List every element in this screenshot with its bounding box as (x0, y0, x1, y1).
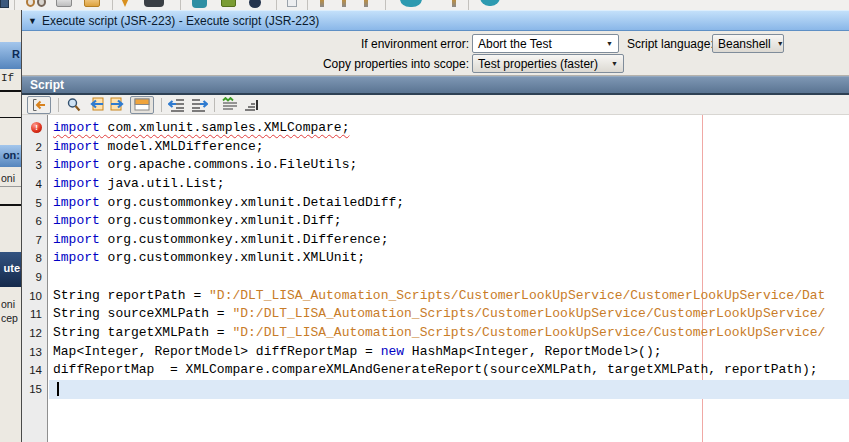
left-panel-cropped: R If on: oni ute oni cep (0, 10, 22, 442)
script-language-dropdown[interactable]: Beanshell ▼ (712, 34, 784, 53)
code-line: diffReportMap = XMLCompare.compareXMLAnd… (49, 361, 849, 380)
script-panel-header: Script (22, 76, 849, 95)
folder-icon[interactable] (84, 0, 100, 7)
code-line (49, 268, 849, 287)
code-line: import org.custommonkey.xmlunit.XMLUnit; (49, 249, 849, 268)
cropped-label-oni2: oni (0, 298, 21, 311)
pin-icon[interactable] (342, 0, 346, 7)
copy-scope-label: Copy properties into scope: (282, 56, 469, 72)
cropped-label: R (12, 48, 20, 60)
line-number: 6 (22, 212, 47, 231)
shift-left-icon[interactable] (167, 97, 187, 113)
code-line: Map<Integer, ReportModel> diffReportMap … (49, 343, 849, 362)
script-language-value: Beanshell (718, 37, 771, 51)
code-line (49, 380, 849, 399)
code-lines[interactable]: import com.xmlunit.samples.XMLCompare;im… (49, 115, 849, 442)
redo-icon[interactable] (480, 0, 500, 6)
step-title: Execute script (JSR-223) - Execute scrip… (42, 14, 319, 28)
users-icon[interactable] (26, 0, 35, 7)
word-wrap-icon[interactable] (220, 97, 240, 113)
globe-icon[interactable] (249, 0, 261, 8)
line-number: 15 (22, 380, 47, 399)
line-number: 12 (22, 324, 47, 343)
save-icon[interactable] (56, 0, 72, 7)
line-number: 10 (22, 287, 47, 306)
code-line: import java.util.List; (49, 175, 849, 194)
step-settings-form: If environment error: Abort the Test ▼ S… (22, 31, 849, 76)
code-line: String reportPath = "D:/DLT_LISA_Automat… (49, 287, 849, 306)
error-icon: ! (31, 122, 42, 133)
search-icon[interactable] (64, 97, 84, 113)
grid-icon[interactable] (221, 0, 236, 7)
copy-scope-value: Test properties (faster) (478, 57, 598, 71)
code-line: import org.apache.commons.io.FileUtils; (49, 156, 849, 175)
chevron-down-icon: ▼ (606, 40, 613, 47)
line-number: 9 (22, 268, 47, 287)
gear-icon[interactable] (192, 0, 207, 8)
code-line: import org.custommonkey.xmlunit.Differen… (49, 231, 849, 250)
env-error-label: If environment error: (302, 36, 469, 52)
gutter: !23456789101112131415 (22, 115, 48, 442)
line-number: ! (22, 119, 47, 138)
line-number: 2 (22, 138, 47, 157)
code-line: import org.custommonkey.xmlunit.Detailed… (49, 194, 849, 213)
script-panel-title: Script (30, 78, 64, 92)
panel-icon[interactable] (287, 0, 297, 7)
find-next-icon[interactable] (108, 97, 128, 113)
chevron-down-icon: ▼ (611, 60, 618, 67)
refresh-icon[interactable] (400, 0, 422, 7)
step-header[interactable]: ▼ Execute script (JSR-223) - Execute scr… (22, 10, 849, 31)
binoculars-icon[interactable] (144, 0, 164, 7)
code-line: import model.XMLDifference; (49, 138, 849, 157)
line-number: 14 (22, 361, 47, 380)
line-number: 7 (22, 231, 47, 250)
line-number: 11 (22, 305, 47, 324)
script-editor[interactable]: !23456789101112131415 import com.xmlunit… (22, 115, 849, 442)
pin-icon[interactable] (364, 0, 368, 7)
cropped-label: on: (3, 149, 20, 161)
app-icon[interactable] (0, 0, 9, 8)
find-previous-icon[interactable] (86, 97, 106, 113)
text-cursor (57, 382, 59, 396)
line-number: 4 (22, 175, 47, 194)
application-toolbar-cropped (0, 0, 849, 10)
env-error-value: Abort the Test (478, 37, 552, 51)
editor-toolbar (22, 95, 849, 115)
open-script-icon[interactable] (27, 96, 51, 114)
code-line: import com.xmlunit.samples.XMLCompare; (49, 119, 849, 138)
users-icon[interactable] (37, 0, 46, 7)
line-number: 13 (22, 343, 47, 362)
chevron-down-icon: ▼ (777, 40, 784, 47)
code-line: String sourceXMLPath = "D:/DLT_LISA_Auto… (49, 305, 849, 324)
env-error-dropdown[interactable]: Abort the Test ▼ (472, 34, 619, 53)
cropped-label-cep: cep (0, 312, 21, 325)
copy-scope-dropdown[interactable]: Test properties (faster) ▼ (472, 54, 624, 73)
shift-right-icon[interactable] (189, 97, 209, 113)
code-line: String targetXMLPath = "D:/DLT_LISA_Auto… (49, 324, 849, 343)
pin-icon[interactable] (320, 0, 324, 7)
cropped-label: ute (4, 262, 21, 274)
script-language-label: Script language: (627, 36, 717, 52)
cropped-label-oni: oni (0, 172, 21, 187)
pin-icon[interactable] (452, 0, 456, 7)
collapse-triangle-icon[interactable]: ▼ (28, 16, 37, 26)
line-number: 8 (22, 249, 47, 268)
format-indent-icon[interactable] (242, 97, 262, 113)
line-number: 3 (22, 156, 47, 175)
pencil-icon[interactable] (121, 0, 129, 7)
cropped-header-on[interactable]: on: (0, 145, 21, 167)
code-line: import org.custommonkey.xmlunit.Diff; (49, 212, 849, 231)
cropped-button-ute[interactable]: ute (0, 252, 21, 287)
cropped-button-r[interactable]: R (0, 42, 21, 69)
highlight-matches-icon[interactable] (130, 96, 154, 114)
line-number: 5 (22, 194, 47, 213)
execute-script-step-editor: R If on: oni ute oni cep ▼ Execute scrip… (0, 0, 849, 442)
cropped-label-if: If (0, 72, 21, 88)
